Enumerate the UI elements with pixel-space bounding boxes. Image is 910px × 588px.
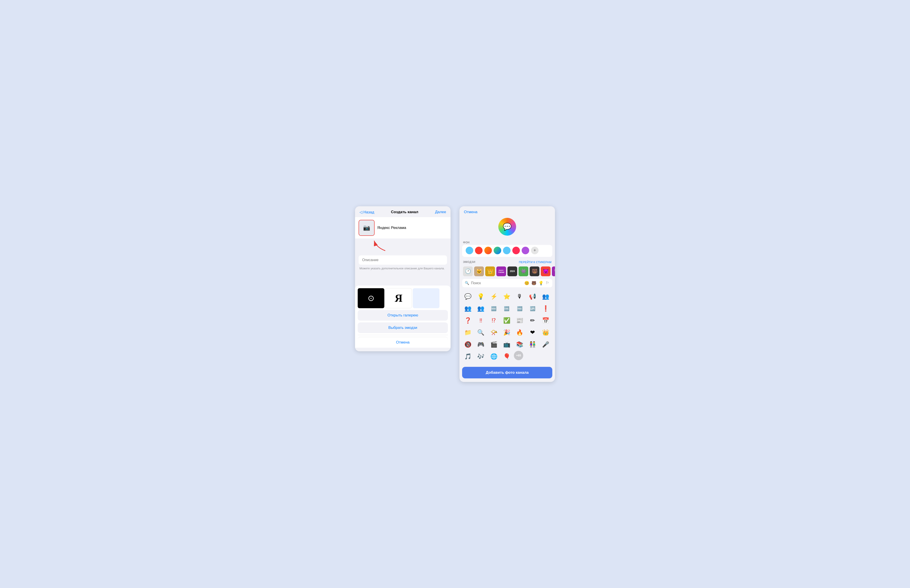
camera-icon: 📷: [363, 224, 370, 231]
emoji-lightning[interactable]: ⚡: [488, 291, 500, 302]
sticker-alien[interactable]: 👾: [518, 267, 528, 276]
sticker-year[interactable]: 2024: [507, 267, 517, 276]
emoji-free[interactable]: 🆓: [514, 303, 525, 315]
color-blue[interactable]: [466, 247, 473, 254]
emoji-people1[interactable]: 👥: [540, 291, 551, 302]
emoji-pencil[interactable]: ✏: [527, 315, 538, 326]
color-pink[interactable]: [512, 247, 520, 254]
emoji-question[interactable]: ❓: [462, 315, 474, 326]
sticker-cat[interactable]: 🐱: [474, 267, 484, 276]
emoji-grid: 💬 💡 ⚡ ⭐ 🎙 📢 👥 👥 👥 🆕 🆒 🆓 🆙 ❗ ❓ ‼ ⁉ ✅ 📰 ✏ …: [460, 289, 555, 364]
preview-instagram[interactable]: ⊙: [358, 288, 384, 308]
right-screen: Отмена 💬 ФОН + ЭМОДЗИ ПЕРЕЙТИ К СТИКЕРАМ…: [460, 206, 555, 382]
emoji-exclaim[interactable]: ❗: [540, 303, 551, 315]
emoji-bubble[interactable]: 💬: [462, 291, 474, 302]
camera-upload-box[interactable]: 📷: [359, 220, 374, 236]
emoji-star[interactable]: ⭐: [501, 291, 513, 302]
arrow-indicator: [359, 239, 447, 252]
left-screen: ◁ Назад Создать канал Далее 📷 М: [355, 206, 450, 351]
nav-bar: ◁ Назад Создать канал Далее: [355, 206, 450, 217]
back-button[interactable]: ◁ Назад: [359, 210, 374, 215]
search-icon: 🔍: [465, 281, 469, 285]
emoji-exclaim-question[interactable]: ⁉: [488, 315, 500, 326]
add-photo-button[interactable]: Добавить фото канала: [462, 367, 552, 378]
color-green[interactable]: [494, 247, 501, 254]
emoji-newspaper[interactable]: 📰: [514, 315, 525, 326]
emoji-magnify[interactable]: 🔍: [475, 327, 487, 338]
emoji-people3[interactable]: 👥: [475, 303, 487, 315]
lightbulb-icon[interactable]: 💡: [539, 281, 543, 286]
emoji-mic[interactable]: 🎙: [514, 291, 525, 302]
recent-stickers-row: 🕐 🐱 👑 EASY THEME 2024 👾 🐻 😈 💜 🐸 A: [460, 266, 555, 278]
emoji-gamepad[interactable]: 🎮: [475, 339, 487, 351]
emoji-note[interactable]: 🎵: [462, 351, 474, 362]
emoji-face-icon[interactable]: 😊: [524, 281, 529, 286]
color-red[interactable]: [475, 247, 483, 254]
emoji-tv[interactable]: 📺: [501, 339, 513, 351]
emoji-microphone[interactable]: 🎤: [540, 339, 551, 351]
search-icons-right: 😊 🐻 💡 🏳: [524, 281, 550, 286]
sticker-bear[interactable]: 🐻: [529, 267, 539, 276]
emoji-clapper[interactable]: 🎬: [488, 339, 500, 351]
emoji-cool[interactable]: 🆒: [501, 303, 513, 315]
emoji-balloon[interactable]: 🎈: [501, 351, 513, 362]
emoji-couple[interactable]: 👫: [527, 339, 538, 351]
emoji-more-button[interactable]: +65: [514, 351, 523, 360]
bear-icon[interactable]: 🐻: [531, 281, 536, 286]
cancel-button[interactable]: Отмена: [358, 337, 448, 348]
emoji-horn[interactable]: 📯: [488, 327, 500, 338]
screen-title: Создать канал: [391, 210, 418, 214]
background-section-label: ФОН: [460, 239, 555, 245]
sticker-easy-theme[interactable]: EASY THEME: [496, 267, 506, 276]
emoji-up[interactable]: 🆙: [527, 303, 538, 315]
arrow-svg: [365, 239, 392, 252]
screens-container: ◁ Назад Создать канал Далее 📷 М: [355, 206, 555, 382]
emoji-folder[interactable]: 📁: [462, 327, 474, 338]
emoji-globe[interactable]: 🌐: [488, 351, 500, 362]
right-cancel-button[interactable]: Отмена: [464, 210, 478, 214]
emoji-bulb[interactable]: 💡: [475, 291, 487, 302]
instagram-icon: ⊙: [368, 294, 374, 303]
preview-chat[interactable]: [413, 288, 439, 308]
channel-name-row: 📷: [355, 217, 450, 239]
emoji-section-title: ЭМОДЗИ: [463, 260, 476, 263]
emoji-notes[interactable]: 🎶: [475, 351, 487, 362]
chat-preview-inner: [413, 288, 439, 308]
emoji-new[interactable]: 🆕: [488, 303, 500, 315]
sticker-devil[interactable]: 😈: [541, 267, 551, 276]
color-orange[interactable]: [484, 247, 492, 254]
color-add-button[interactable]: +: [531, 247, 539, 254]
emoji-heart[interactable]: ❤: [527, 327, 538, 338]
emoji-check[interactable]: ✅: [501, 315, 513, 326]
emoji-fire[interactable]: 🔥: [514, 327, 525, 338]
emoji-people2[interactable]: 👥: [462, 303, 474, 315]
sticker-clock[interactable]: 🕐: [463, 267, 473, 276]
color-cyan[interactable]: [503, 247, 510, 254]
emoji-party[interactable]: 🎉: [501, 327, 513, 338]
icon-preview-wrapper: 💬: [460, 214, 555, 239]
search-input[interactable]: [471, 281, 523, 285]
emoji-books[interactable]: 📚: [514, 339, 525, 351]
color-purple[interactable]: [521, 247, 529, 254]
sticker-heart[interactable]: 💜: [552, 267, 555, 276]
next-button[interactable]: Далее: [435, 210, 446, 214]
emoji-double-exclaim[interactable]: ‼: [475, 315, 487, 326]
channel-name-input[interactable]: [377, 226, 447, 230]
choose-emoji-button[interactable]: Выбрать эмодзи: [358, 322, 448, 333]
emoji-crown[interactable]: 👑: [540, 327, 551, 338]
bottom-sheet: ⊙ Я Открыть галерею Выбрать эмодзи Отмен…: [355, 286, 450, 348]
description-input[interactable]: [359, 255, 447, 265]
emoji-megaphone[interactable]: 📢: [527, 291, 538, 302]
yandex-letter: Я: [395, 292, 403, 304]
emoji-18[interactable]: 🔞: [462, 339, 474, 351]
description-section: Можете указать дополнительное описание д…: [355, 252, 450, 272]
flag-icon[interactable]: 🏳: [546, 281, 550, 285]
preview-yandex[interactable]: Я: [385, 288, 412, 308]
gallery-previews: ⊙ Я: [355, 286, 450, 310]
sticker-link[interactable]: ПЕРЕЙТИ К СТИКЕРАМ: [519, 260, 551, 264]
search-bar: 🔍 😊 🐻 💡 🏳: [462, 279, 552, 288]
right-header: Отмена: [460, 206, 555, 214]
sticker-crown[interactable]: 👑: [485, 267, 495, 276]
emoji-calendar[interactable]: 📅: [540, 315, 551, 326]
open-gallery-button[interactable]: Открыть галерею: [358, 310, 448, 321]
